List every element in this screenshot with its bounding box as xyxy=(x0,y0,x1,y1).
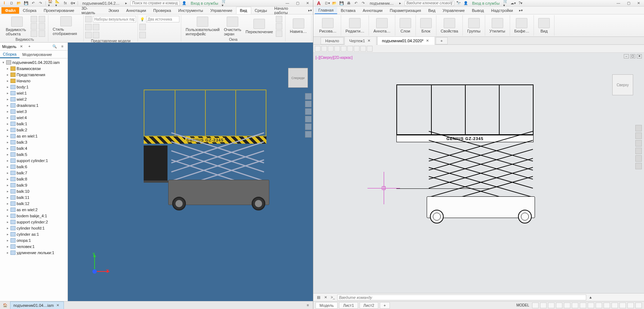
wn2[interactable] xyxy=(276,23,282,30)
ac-ribbtn[interactable]: Утилиты xyxy=(488,18,507,33)
ac-doc-tab[interactable]: подъемник01.04.2020* ✕ xyxy=(377,36,435,45)
ac-save-icon[interactable]: 💾 xyxy=(339,0,344,6)
tree-node[interactable]: ▸balk:9 xyxy=(0,182,68,188)
command-input[interactable] xyxy=(337,295,586,300)
mv2[interactable] xyxy=(85,24,92,30)
vp-min-icon[interactable]: – xyxy=(624,54,629,58)
tree-node[interactable]: ▸wiel:4 xyxy=(0,114,68,121)
mv1[interactable] xyxy=(85,16,92,22)
doc-tab[interactable]: подъемник01.04…iam ✕ xyxy=(10,301,64,309)
ribbon-tab-3D-модель[interactable]: 3D-модель xyxy=(78,5,105,16)
nav-more-icon[interactable] xyxy=(305,131,312,138)
tree-node[interactable]: ▸cylinder hoofd:1 xyxy=(0,225,68,231)
layout-add[interactable]: + xyxy=(380,302,390,309)
ribbon-tab-Среды[interactable]: Среды xyxy=(251,7,271,14)
ac-ribbtn[interactable]: Блок xyxy=(419,18,433,33)
object-visibility-button[interactable]: Видимость объекта xyxy=(4,17,29,36)
status-icon[interactable] xyxy=(540,303,547,308)
status-icon[interactable] xyxy=(564,303,570,308)
ribbon-tab-Проверка[interactable]: Проверка xyxy=(150,7,175,14)
doc-tabs-menu-icon[interactable]: ≡ xyxy=(305,303,311,308)
status-icon[interactable] xyxy=(627,303,634,308)
mv5[interactable] xyxy=(93,32,99,38)
tree-node[interactable]: ▸balk:2 xyxy=(0,127,68,133)
ac-signin[interactable]: Вход в службы xyxy=(472,1,500,5)
ac-search[interactable] xyxy=(405,1,454,6)
ac-ribbtn[interactable]: Бюфе… xyxy=(513,18,531,33)
ribbon-tab-Вид[interactable]: Вид xyxy=(236,7,251,14)
ac-close-icon[interactable]: ✕ xyxy=(635,0,643,6)
cmd-expand-icon[interactable]: ▲ xyxy=(588,295,593,300)
ac-min-icon[interactable]: — xyxy=(614,0,622,6)
light-select[interactable] xyxy=(146,16,179,22)
tree-node[interactable]: ▸balk:6 xyxy=(0,164,68,170)
wn3[interactable] xyxy=(276,30,282,37)
ac-ribbon-tab[interactable]: Вид xyxy=(425,7,439,14)
ac-doc-tab[interactable]: Начало xyxy=(321,37,344,44)
tree-node[interactable]: ▸body:1 xyxy=(0,84,68,90)
ac-cloud-icon[interactable]: ☁▾ xyxy=(510,0,516,6)
layout-tab[interactable]: Лист1 xyxy=(339,302,358,309)
status-icon[interactable] xyxy=(572,303,578,308)
autocad-layer-toolbar[interactable] xyxy=(313,45,644,53)
viewcube[interactable]: Спереди xyxy=(288,68,308,88)
ac-ribbon-overflow-icon[interactable]: ▸▾ xyxy=(518,8,524,13)
wn1[interactable] xyxy=(276,16,282,22)
ac-doc-nav-icon[interactable]: ▸ xyxy=(397,0,403,6)
tree-node[interactable]: ▸balk:5 xyxy=(0,151,68,157)
inventor-viewport[interactable]: Спереди X Y GENIUS GZ-2345 xyxy=(68,43,313,301)
tree-node[interactable]: ▸support cylinder:1 xyxy=(0,157,68,164)
vp-close-icon[interactable]: ✕ xyxy=(637,54,642,58)
ac-user-icon[interactable]: 👤 xyxy=(463,0,469,6)
ac-navbar[interactable] xyxy=(635,125,643,169)
status-icon[interactable] xyxy=(580,303,586,308)
viewport-label[interactable]: [–][Сверху][2D-каркас] xyxy=(316,56,353,60)
tree-node[interactable]: ▸Представления xyxy=(0,71,68,78)
ac-ribbtn[interactable]: Свойства xyxy=(439,18,460,33)
tree-node[interactable]: ▸draaikrans:1 xyxy=(0,102,68,108)
tree-node[interactable]: ▸balk:10 xyxy=(0,188,68,194)
orbit-icon[interactable] xyxy=(305,108,312,115)
ac-ribbon-tab[interactable]: Параметризация xyxy=(386,7,425,14)
nav-bar[interactable] xyxy=(305,93,312,138)
ribbon-overflow-icon[interactable]: ▸▾ xyxy=(307,8,313,13)
home-tab-icon[interactable]: 🏠 xyxy=(2,303,8,308)
ac-undo-icon[interactable]: ↶ xyxy=(353,0,359,6)
vis-sm1[interactable] xyxy=(31,16,37,22)
ribbon-tab-Аннотации[interactable]: Аннотации xyxy=(123,7,150,14)
ribbon-tab-Начало работы[interactable]: Начало работы xyxy=(271,5,306,16)
command-line[interactable]: ▤ ✕ >_ ▲ xyxy=(313,293,644,301)
ribbon-tab-Инструменты[interactable]: Инструменты xyxy=(175,7,207,14)
browser-tab[interactable]: Сборка xyxy=(0,51,19,58)
tree-node[interactable]: ▸cylinder as:1 xyxy=(0,231,68,237)
fullnav-icon[interactable] xyxy=(305,123,312,130)
ac-doc-tab[interactable]: Чертеж1 ✕ xyxy=(344,36,377,45)
tree-node[interactable]: ▸удлинение люльки:1 xyxy=(0,249,68,256)
ribbon-tab-Эскиз[interactable]: Эскиз xyxy=(105,7,122,14)
ac-ribbon-tab[interactable]: Главная xyxy=(315,7,337,14)
visual-sets-select[interactable] xyxy=(93,16,136,22)
autocad-viewport[interactable]: [–][Сверху][2D-каркас] –▢✕ Сверху GENIUS… xyxy=(313,53,644,293)
tree-node[interactable]: ▸wiel:1 xyxy=(0,90,68,96)
browser-close-icon[interactable]: ✕ xyxy=(18,44,24,49)
ribbon-tab-Проектирование[interactable]: Проектирование xyxy=(40,7,78,14)
user-interface-button[interactable]: Пользовательский интерфейс xyxy=(184,17,221,36)
status-icon[interactable] xyxy=(532,303,539,308)
status-icon[interactable] xyxy=(588,303,594,308)
tree-node[interactable]: ▸balk:3 xyxy=(0,139,68,145)
ac-ribbtn[interactable]: Группы xyxy=(466,18,482,33)
nav-button[interactable]: Навига… xyxy=(288,18,308,34)
tree-node[interactable]: ▸balk:1 xyxy=(0,121,68,127)
tree-node[interactable]: ▸wiel:3 xyxy=(0,108,68,114)
status-icon[interactable] xyxy=(604,303,610,308)
vis-sm5[interactable] xyxy=(39,23,45,30)
zoom-icon[interactable] xyxy=(305,101,312,107)
clear-screen-button[interactable]: Очистить экран xyxy=(222,17,243,36)
status-icon[interactable] xyxy=(548,303,554,308)
status-icon[interactable] xyxy=(596,303,602,308)
ac-ribbtn[interactable]: Слои xyxy=(398,18,413,33)
layout-tab[interactable]: Модель xyxy=(316,302,338,309)
browser-menu-icon[interactable]: ≡ xyxy=(60,44,65,49)
switch-button[interactable]: Переключение xyxy=(244,19,274,34)
ac-binoculars-icon[interactable]: 🔭 xyxy=(456,0,461,6)
